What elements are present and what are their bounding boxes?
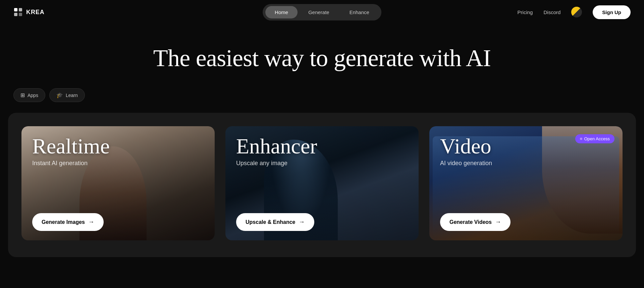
arrow-icon: → xyxy=(88,219,94,226)
discord-link[interactable]: Discord xyxy=(543,9,560,15)
card-enhancer[interactable]: Enhancer Upscale any image Upscale & Enh… xyxy=(225,126,419,240)
card-realtime-content: Realtime Instant AI generation Generate … xyxy=(21,126,215,240)
apps-filter-label: Apps xyxy=(28,93,38,98)
nav-tab-enhance[interactable]: Enhance xyxy=(340,6,379,18)
svg-rect-2 xyxy=(14,13,17,16)
theme-toggle-button[interactable] xyxy=(571,7,582,17)
card-enhancer-title: Enhancer xyxy=(236,136,408,157)
card-realtime-subtitle: Instant AI generation xyxy=(32,160,204,167)
learn-icon: 🎓 xyxy=(56,92,63,98)
logo-text: KREA xyxy=(26,9,45,16)
generate-images-label: Generate Images xyxy=(42,219,85,225)
card-video-content: Video AI video generation Generate Video… xyxy=(429,126,623,240)
cards-grid: Realtime Instant AI generation Generate … xyxy=(21,126,623,240)
svg-rect-0 xyxy=(14,8,17,11)
card-realtime[interactable]: Realtime Instant AI generation Generate … xyxy=(21,126,215,240)
upscale-enhance-button[interactable]: Upscale & Enhance → xyxy=(236,213,314,231)
generate-videos-button[interactable]: Generate Videos → xyxy=(440,213,511,231)
cards-section: Realtime Instant AI generation Generate … xyxy=(8,113,636,257)
badge-dot xyxy=(580,138,582,140)
card-enhancer-content: Enhancer Upscale any image Upscale & Enh… xyxy=(225,126,419,240)
hero-headline: The easiest way to generate with AI xyxy=(0,44,644,72)
badge-label: Open Access xyxy=(584,136,610,141)
generate-videos-label: Generate Videos xyxy=(449,219,492,225)
learn-filter-label: Learn xyxy=(66,93,78,98)
svg-rect-1 xyxy=(19,8,22,11)
card-video[interactable]: Open Access Video AI video generation Ge… xyxy=(429,126,623,240)
open-access-badge: Open Access xyxy=(575,134,614,143)
card-enhancer-top: Enhancer Upscale any image xyxy=(236,136,408,167)
card-enhancer-subtitle: Upscale any image xyxy=(236,160,408,167)
signup-button[interactable]: Sign Up xyxy=(593,5,631,19)
arrow-icon-3: → xyxy=(495,219,501,226)
krea-logo-icon xyxy=(13,7,23,17)
nav-tab-home[interactable]: Home xyxy=(265,6,298,18)
arrow-icon-2: → xyxy=(299,219,305,226)
header: KREA Home Generate Enhance Pricing Disco… xyxy=(0,0,644,24)
upscale-enhance-label: Upscale & Enhance xyxy=(246,219,296,225)
generate-images-button[interactable]: Generate Images → xyxy=(32,213,104,231)
apps-icon: ⊞ xyxy=(20,92,25,98)
nav-right: Pricing Discord Sign Up xyxy=(518,5,631,19)
logo-area: KREA xyxy=(13,7,45,17)
card-video-subtitle: AI video generation xyxy=(440,160,612,167)
apps-filter-button[interactable]: ⊞ Apps xyxy=(13,88,45,102)
pricing-link[interactable]: Pricing xyxy=(518,9,533,15)
main-nav: Home Generate Enhance xyxy=(263,4,381,20)
filter-bar: ⊞ Apps 🎓 Learn xyxy=(0,88,644,102)
hero-section: The easiest way to generate with AI xyxy=(0,24,644,88)
learn-filter-button[interactable]: 🎓 Learn xyxy=(49,88,85,102)
card-realtime-title: Realtime xyxy=(32,136,204,157)
nav-tab-generate[interactable]: Generate xyxy=(299,6,339,18)
svg-rect-3 xyxy=(19,13,22,16)
card-realtime-top: Realtime Instant AI generation xyxy=(32,136,204,167)
